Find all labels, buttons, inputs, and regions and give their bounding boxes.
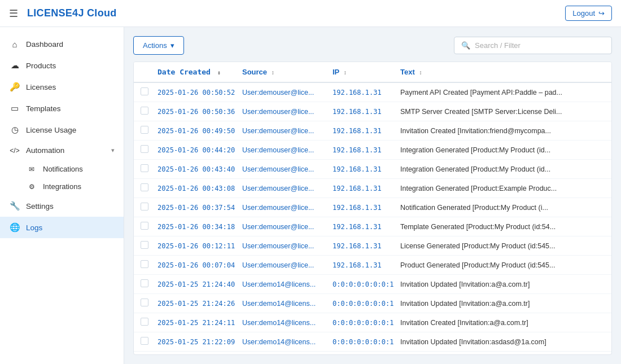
- row-text: Integration Generated [Product:My Produc…: [393, 160, 611, 179]
- table-row[interactable]: 2025-01-25 21:24:26 User:demo14@licens..…: [134, 294, 611, 313]
- sidebar-label-settings: Settings: [26, 202, 54, 210]
- row-checkbox-cell[interactable]: [134, 179, 151, 198]
- row-date: 2025-01-25 21:24:26: [151, 294, 235, 313]
- row-date: 2025-01-26 00:50:52: [151, 82, 235, 102]
- row-date: 2025-01-26 00:43:08: [151, 179, 235, 198]
- row-checkbox[interactable]: [141, 107, 148, 115]
- menu-icon[interactable]: ☰: [9, 7, 18, 20]
- content-area: Actions ▾ 🔍 Search / Filter Date Created: [124, 27, 621, 364]
- col-header-date[interactable]: Date Created ↕: [151, 62, 235, 82]
- table-row[interactable]: 2025-01-26 00:43:40 User:demouser@lice..…: [134, 160, 611, 179]
- row-ip: 192.168.1.31: [326, 256, 393, 275]
- table-row[interactable]: 2025-01-26 00:12:11 User:demouser@lice..…: [134, 236, 611, 256]
- table-row[interactable]: 2025-01-26 00:34:18 User:demouser@lice..…: [134, 217, 611, 236]
- actions-chevron-icon: ▾: [170, 41, 174, 50]
- table-row[interactable]: 2025-01-25 21:21:34 User:demo14@licens..…: [134, 352, 611, 355]
- row-checkbox[interactable]: [141, 318, 148, 326]
- row-checkbox-cell[interactable]: [134, 294, 151, 313]
- table-row[interactable]: 2025-01-26 00:50:52 User:demouser@lice..…: [134, 82, 611, 102]
- table-row[interactable]: 2025-01-26 00:49:50 User:demouser@lice..…: [134, 121, 611, 141]
- row-checkbox[interactable]: [141, 183, 148, 191]
- sort-icon-text: ↕: [419, 69, 422, 76]
- row-checkbox[interactable]: [141, 145, 148, 153]
- row-text: Invitation Updated [Invitation:a@a.com.t…: [393, 275, 611, 294]
- table-row[interactable]: 2025-01-26 00:07:04 User:demouser@lice..…: [134, 256, 611, 275]
- row-checkbox-cell[interactable]: [134, 352, 151, 355]
- row-ip: 0:0:0:0:0:0:0:1: [326, 332, 393, 352]
- row-source: User:demouser@lice...: [235, 102, 326, 121]
- sidebar-item-licenses[interactable]: 🔑 Licenses: [0, 76, 124, 98]
- sidebar-item-license-usage[interactable]: ◷ License Usage: [0, 119, 124, 141]
- logs-table: Date Created ↕ Source ↕ IP ↕: [134, 62, 611, 354]
- table-row[interactable]: 2025-01-25 21:24:11 User:demo14@licens..…: [134, 313, 611, 332]
- sidebar-item-settings[interactable]: 🔧 Settings: [0, 195, 124, 217]
- row-source: User:demouser@lice...: [235, 179, 326, 198]
- row-checkbox-cell[interactable]: [134, 332, 151, 352]
- row-checkbox[interactable]: [141, 279, 148, 287]
- sidebar-label-dashboard: Dashboard: [26, 40, 63, 49]
- row-checkbox-cell[interactable]: [134, 198, 151, 217]
- logout-button[interactable]: Logout ↪: [565, 6, 612, 21]
- row-date: 2025-01-25 21:22:09: [151, 332, 235, 352]
- sidebar-label-license-usage: License Usage: [26, 126, 76, 134]
- sidebar-label-licenses: Licenses: [26, 83, 56, 91]
- row-source: User:demouser@lice...: [235, 160, 326, 179]
- sidebar-item-dashboard[interactable]: ⌂ Dashboard: [0, 34, 124, 55]
- table-row[interactable]: 2025-01-26 00:43:08 User:demouser@lice..…: [134, 179, 611, 198]
- sidebar-item-templates[interactable]: ▭ Templates: [0, 98, 124, 119]
- row-checkbox-cell[interactable]: [134, 313, 151, 332]
- row-checkbox[interactable]: [141, 126, 148, 134]
- row-checkbox-cell[interactable]: [134, 217, 151, 236]
- row-checkbox[interactable]: [141, 260, 148, 268]
- sidebar-item-automation[interactable]: </> Automation ▾: [0, 141, 124, 160]
- sidebar-label-templates: Templates: [26, 104, 61, 113]
- sort-icon-ip: ↕: [344, 69, 347, 76]
- row-checkbox-cell[interactable]: [134, 160, 151, 179]
- sidebar-item-logs[interactable]: 🌐 Logs: [0, 217, 124, 238]
- col-header-text[interactable]: Text ↕: [393, 62, 611, 82]
- row-checkbox-cell[interactable]: [134, 102, 151, 121]
- sidebar-item-products[interactable]: ☁ Products: [0, 55, 124, 76]
- row-date: 2025-01-26 00:50:36: [151, 102, 235, 121]
- sidebar-item-integrations[interactable]: ⚙ Integrations: [26, 178, 124, 195]
- row-checkbox[interactable]: [141, 164, 148, 172]
- row-checkbox[interactable]: [141, 241, 148, 249]
- row-date: 2025-01-25 21:24:11: [151, 313, 235, 332]
- table-row[interactable]: 2025-01-26 00:44:20 User:demouser@lice..…: [134, 141, 611, 160]
- row-text: Invitation Updated [Invitation:asdasd@1a…: [393, 332, 611, 352]
- row-checkbox[interactable]: [141, 203, 148, 210]
- row-checkbox[interactable]: [141, 299, 148, 306]
- table-row[interactable]: 2025-01-26 00:50:36 User:demouser@lice..…: [134, 102, 611, 121]
- row-checkbox-cell[interactable]: [134, 121, 151, 141]
- col-header-source[interactable]: Source ↕: [235, 62, 326, 82]
- row-checkbox[interactable]: [141, 222, 148, 230]
- row-date: 2025-01-26 00:07:04: [151, 256, 235, 275]
- row-checkbox-cell[interactable]: [134, 236, 151, 256]
- sidebar-label-notifications: Notifications: [43, 165, 83, 173]
- row-source: User:demouser@lice...: [235, 121, 326, 141]
- search-filter-box[interactable]: 🔍 Search / Filter: [454, 37, 612, 54]
- row-checkbox-cell[interactable]: [134, 275, 151, 294]
- sidebar-item-notifications[interactable]: ✉ Notifications: [26, 160, 124, 178]
- row-ip: 192.168.1.31: [326, 217, 393, 236]
- usage-icon: ◷: [9, 125, 20, 135]
- table-scroll[interactable]: Date Created ↕ Source ↕ IP ↕: [134, 62, 611, 354]
- row-source: User:demouser@lice...: [235, 217, 326, 236]
- bell-icon: ✉: [26, 165, 37, 173]
- table-row[interactable]: 2025-01-25 21:24:40 User:demo14@licens..…: [134, 275, 611, 294]
- row-checkbox[interactable]: [141, 337, 148, 345]
- table-row[interactable]: 2025-01-25 21:22:09 User:demo14@licens..…: [134, 332, 611, 352]
- row-checkbox-cell[interactable]: [134, 256, 151, 275]
- row-ip: 0:0:0:0:0:0:0:1: [326, 275, 393, 294]
- row-checkbox[interactable]: [141, 87, 148, 95]
- row-checkbox-cell[interactable]: [134, 82, 151, 102]
- row-date: 2025-01-26 00:12:11: [151, 236, 235, 256]
- row-source: User:demo14@licens...: [235, 332, 326, 352]
- row-text: Product Generated [Product:My Product (i…: [393, 256, 611, 275]
- settings-icon: 🔧: [9, 201, 20, 211]
- actions-button[interactable]: Actions ▾: [133, 36, 184, 55]
- table-row[interactable]: 2025-01-26 00:37:54 User:demouser@lice..…: [134, 198, 611, 217]
- toolbar: Actions ▾ 🔍 Search / Filter: [133, 36, 612, 55]
- row-checkbox-cell[interactable]: [134, 141, 151, 160]
- col-header-ip[interactable]: IP ↕: [326, 62, 393, 82]
